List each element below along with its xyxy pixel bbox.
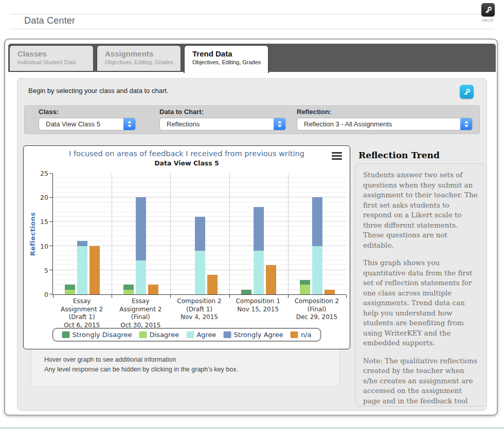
gridline <box>53 192 346 193</box>
tab-trend-data-subtitle: Objectives, Editing, Grades <box>192 59 268 65</box>
bar-segment[interactable] <box>148 285 158 294</box>
class-field: Class: Data View Class 5 <box>39 108 136 130</box>
bar-segment[interactable] <box>300 280 310 285</box>
legend-swatch <box>139 331 147 338</box>
reflection-label: Reflection: <box>297 108 473 116</box>
help-button[interactable] <box>481 3 495 16</box>
bar-segment[interactable] <box>254 251 264 294</box>
gridline <box>53 187 346 188</box>
key-icon <box>484 6 493 14</box>
category-separator <box>112 174 112 294</box>
y-tick <box>49 270 52 270</box>
x-tick <box>346 295 347 298</box>
category-separator <box>170 174 171 294</box>
legend-swatch <box>291 331 298 338</box>
legend-label: Strongly Agree <box>233 331 283 339</box>
data-to-chart-select[interactable]: Reflections <box>159 118 286 130</box>
bar-segment[interactable] <box>266 265 276 294</box>
x-category-label: EssayAssignment 2(Final)Oct 30, 2015 <box>111 297 170 329</box>
tab-assignments-title: Assignments <box>105 49 181 58</box>
tab-assignments-subtitle: Objectives, Editing, Grades <box>105 59 181 65</box>
info-note: Note: The qualitative reflections create… <box>363 356 479 407</box>
chart-menu-icon[interactable] <box>332 152 342 161</box>
legend-item[interactable]: Strongly Disagree <box>62 331 132 339</box>
x-category-label: EssayAssignment 2(Draft 1)Oct 6, 2015 <box>52 297 111 329</box>
notes-box: Hover over graph to see additional infor… <box>31 344 340 387</box>
gridline <box>53 212 346 212</box>
gridline <box>53 202 346 202</box>
bar-segment[interactable] <box>195 251 205 294</box>
legend-item[interactable]: Strongly Agree <box>223 331 283 339</box>
bar-segment[interactable] <box>312 197 322 246</box>
info-paragraph-1: Students answer two sets of questions wh… <box>363 170 479 250</box>
header-divider-bottom <box>10 29 494 29</box>
tab-trend-data[interactable]: Trend Data Objectives, Editing, Grades <box>184 45 269 73</box>
tab-classes-title: Classes <box>17 49 93 58</box>
chart-subtitle: Data View Class 5 <box>24 159 350 167</box>
class-label: Class: <box>39 108 136 116</box>
tab-classes[interactable]: Classes Individual Student Data <box>9 45 94 72</box>
bar-segment[interactable] <box>77 246 87 294</box>
legend-item[interactable]: Agree <box>186 331 216 339</box>
notes-line-1: Hover over graph to see additional infor… <box>44 355 339 365</box>
bar-segment[interactable] <box>241 290 251 294</box>
class-select[interactable]: Data View Class 5 <box>39 118 136 130</box>
data-to-chart-select-value: Reflections <box>167 120 200 128</box>
bar-segment[interactable] <box>123 285 134 289</box>
gridline <box>53 197 346 197</box>
reflection-select-value: Reflection 3 - All Assignments <box>304 120 392 128</box>
tab-classes-subtitle: Individual Student Data <box>17 59 93 65</box>
bar-segment[interactable] <box>325 290 335 294</box>
x-category-label: Composition 2(Final)Dec 29, 2015 <box>287 297 346 322</box>
bottom-accent-strip <box>0 427 504 429</box>
chart-card: I focused on areas of feedback I receive… <box>23 145 350 349</box>
x-category-label: Composition 2(Draft 1)Nov 4, 2015 <box>170 297 228 322</box>
legend-swatch <box>223 331 231 338</box>
y-tick <box>49 294 52 294</box>
bar-segment[interactable] <box>123 290 134 294</box>
key-icon <box>463 88 471 96</box>
key-help-button[interactable] <box>460 85 474 99</box>
legend-item[interactable]: Disagree <box>139 331 179 339</box>
legend-label: n/a <box>301 331 312 339</box>
bar-segment[interactable] <box>136 260 146 294</box>
info-panel-heading: Reflection Trend <box>358 150 440 160</box>
reflection-field: Reflection: Reflection 3 - All Assignmen… <box>297 108 473 130</box>
legend-label: Disagree <box>150 331 179 339</box>
bar-segment[interactable] <box>195 217 205 251</box>
legend-label: Strongly Disagree <box>73 331 132 339</box>
gridline <box>53 207 346 207</box>
help-label: HELP <box>477 18 499 23</box>
y-tick-label: 15 <box>33 218 48 226</box>
plot-area: 0510152025 <box>52 174 346 295</box>
tab-assignments[interactable]: Assignments Objectives, Editing, Grades <box>96 45 182 72</box>
gridline <box>53 182 346 183</box>
y-tick-label: 5 <box>33 267 48 274</box>
y-tick-label: 25 <box>33 170 48 177</box>
bar-segment[interactable] <box>312 246 322 294</box>
info-paragraph-2: This graph shows you quantitative data f… <box>363 258 479 348</box>
bar-segment[interactable] <box>89 246 100 294</box>
bar-segment[interactable] <box>254 207 264 251</box>
data-to-chart-field: Data to Chart: Reflections <box>159 108 286 130</box>
select-stepper-icon <box>123 118 135 130</box>
y-tick-label: 0 <box>33 291 48 299</box>
bar-segment[interactable] <box>65 285 75 289</box>
y-tick <box>49 197 52 198</box>
data-to-chart-label: Data to Chart: <box>159 108 286 116</box>
gridline <box>53 177 346 178</box>
bar-segment[interactable] <box>207 275 218 294</box>
legend-swatch <box>62 331 70 338</box>
legend-label: Agree <box>196 331 216 339</box>
bar-segment[interactable] <box>136 197 146 260</box>
select-stepper-icon <box>274 118 285 130</box>
bar-segment[interactable] <box>300 285 310 294</box>
legend-item[interactable]: n/a <box>291 331 312 339</box>
instruction-text: Begin by selecting your class and data t… <box>28 87 168 95</box>
bar-segment[interactable] <box>77 241 87 246</box>
legend-swatch <box>186 331 194 338</box>
reflection-select[interactable]: Reflection 3 - All Assignments <box>297 118 473 130</box>
class-select-value: Data View Class 5 <box>46 120 100 128</box>
bar-segment[interactable] <box>65 290 75 294</box>
chart-title: I focused on areas of feedback I receive… <box>24 150 350 158</box>
